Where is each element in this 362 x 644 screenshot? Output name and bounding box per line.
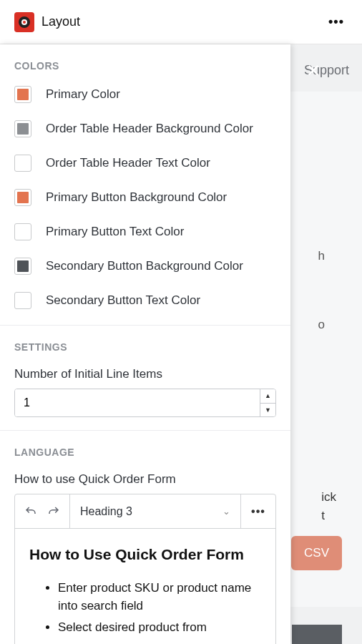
color-row-primary-button-text: Primary Button Text Color [14, 223, 276, 240]
colors-section: COLORS Primary Color Order Table Header … [0, 44, 290, 326]
color-label: Primary Button Background Color [46, 190, 227, 205]
color-row-primary: Primary Color [14, 86, 276, 103]
color-swatch[interactable] [14, 258, 31, 275]
settings-section: SETTINGS Number of Initial Line Items ▲ … [0, 326, 290, 431]
section-heading-colors: COLORS [14, 60, 276, 72]
color-swatch[interactable] [14, 155, 31, 172]
toolbar-history-group [15, 494, 70, 528]
color-label: Primary Color [46, 87, 120, 102]
color-label: Secondary Button Background Color [46, 259, 243, 273]
settings-sidebar: COLORS Primary Color Order Table Header … [0, 44, 290, 644]
bg-text-fragment: h [318, 249, 325, 263]
heading-style-dropdown[interactable]: Heading 3 ⌄ [70, 494, 241, 528]
editor-toolbar: Heading 3 ⌄ ••• [15, 494, 275, 529]
stepper-buttons: ▲ ▼ [260, 389, 275, 416]
header-left: Layout [14, 12, 80, 32]
stepper-down-icon[interactable]: ▼ [260, 404, 275, 417]
toolbar-more-button[interactable]: ••• [241, 494, 275, 528]
editor-content[interactable]: How to Use Quick Order Form Enter produc… [15, 529, 275, 644]
color-label: Secondary Button Text Color [46, 293, 200, 308]
color-row-secondary-button-text: Secondary Button Text Color [14, 292, 276, 309]
stepper-up-icon[interactable]: ▲ [260, 389, 275, 404]
color-swatch[interactable] [14, 120, 31, 137]
color-swatch[interactable] [14, 292, 31, 309]
color-label: Order Table Header Background Color [46, 122, 253, 136]
app-icon [14, 12, 34, 32]
page-title: Layout [41, 14, 80, 29]
content-bullet-list: Enter product SKU or product name into s… [29, 579, 261, 637]
color-swatch[interactable] [14, 86, 31, 103]
app-header: Layout ••• [0, 0, 362, 44]
color-label: Order Table Header Text Color [46, 156, 210, 170]
color-row-primary-button-bg: Primary Button Background Color [14, 189, 276, 206]
chevron-down-icon: ⌄ [222, 506, 230, 517]
color-row-table-header-bg: Order Table Header Background Color [14, 120, 276, 137]
section-heading-settings: SETTINGS [14, 341, 276, 353]
close-icon[interactable]: ✕ [306, 61, 321, 81]
color-row-secondary-button-bg: Secondary Button Background Color [14, 258, 276, 275]
bg-text-fragment: o [318, 318, 325, 332]
bg-text-fragment: ick t [321, 488, 336, 525]
color-label: Primary Button Text Color [46, 225, 184, 239]
line-items-label: Number of Initial Line Items [14, 367, 276, 381]
language-section: LANGUAGE How to use Quick Order Form Hea… [0, 431, 290, 644]
line-items-input[interactable] [15, 389, 260, 416]
color-row-table-header-text: Order Table Header Text Color [14, 155, 276, 172]
header-more-button[interactable]: ••• [325, 14, 348, 29]
redo-icon[interactable] [47, 505, 61, 518]
section-heading-language: LANGUAGE [14, 447, 276, 458]
howto-field-label: How to use Quick Order Form [14, 472, 276, 487]
color-swatch[interactable] [14, 223, 31, 240]
main-area: Support ✕ h o ick t CSV COLORS Primary C… [0, 44, 362, 644]
rich-text-editor: Heading 3 ⌄ ••• How to Use Quick Order F… [14, 494, 276, 644]
bg-dark-button[interactable] [292, 625, 342, 644]
line-items-stepper: ▲ ▼ [14, 389, 276, 417]
list-item: Enter product SKU or product name into s… [58, 579, 261, 615]
list-item: Select desired product from [58, 618, 261, 637]
color-swatch[interactable] [14, 189, 31, 206]
content-heading: How to Use Quick Order Form [29, 543, 261, 566]
heading-style-value: Heading 3 [80, 505, 132, 518]
csv-button[interactable]: CSV [291, 536, 342, 570]
undo-icon[interactable] [24, 505, 38, 518]
